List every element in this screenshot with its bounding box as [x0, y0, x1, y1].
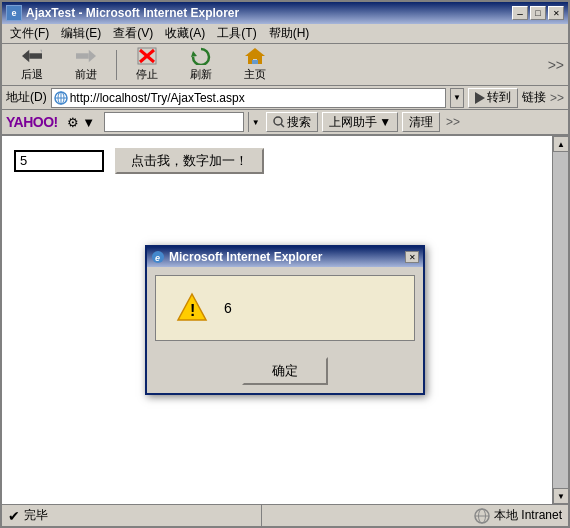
- svg-marker-0: [22, 50, 29, 63]
- status-zone: 本地 Intranet: [474, 507, 562, 524]
- clear-label: 清理: [409, 115, 433, 129]
- dialog-title-text: Microsoft Internet Explorer: [169, 250, 322, 264]
- dialog-title-bar: e Microsoft Internet Explorer ✕: [147, 247, 423, 267]
- home-label: 主页: [244, 67, 266, 82]
- yahoo-logo: YAHOO!: [6, 114, 58, 130]
- maximize-button[interactable]: [530, 6, 546, 20]
- title-bar-controls: [512, 6, 564, 20]
- home-icon: [245, 47, 265, 65]
- address-input[interactable]: [70, 91, 443, 105]
- svg-point-16: [274, 117, 282, 125]
- forward-label: 前进: [75, 67, 97, 82]
- dialog-message: 6: [224, 300, 232, 316]
- menu-edit[interactable]: 编辑(E): [55, 23, 107, 44]
- refresh-label: 刷新: [190, 67, 212, 82]
- status-zone-icon: [474, 508, 490, 524]
- online-help-button[interactable]: 上网助手 ▼: [322, 112, 398, 132]
- search-more[interactable]: >>: [446, 115, 460, 129]
- browser-window: e AjaxTest - Microsoft Internet Explorer…: [0, 0, 570, 528]
- forward-button[interactable]: 前进: [60, 47, 112, 83]
- minimize-button[interactable]: [512, 6, 528, 20]
- svg-marker-3: [89, 50, 96, 63]
- links-label: 链接: [522, 89, 546, 106]
- ie-icon: e: [6, 5, 22, 21]
- menu-tools[interactable]: 工具(T): [211, 23, 262, 44]
- svg-line-17: [281, 124, 284, 127]
- yahoo-text: YAHOO!: [6, 114, 58, 130]
- goto-label: 转到: [487, 89, 511, 106]
- svg-text:e: e: [155, 253, 160, 263]
- search-input[interactable]: [105, 115, 243, 129]
- svg-marker-15: [475, 92, 485, 104]
- dialog-footer: 确定: [147, 349, 423, 393]
- yahoo-settings-button[interactable]: ⚙ ▼: [62, 112, 100, 132]
- online-help-label: 上网助手: [329, 114, 377, 131]
- status-text: 完毕: [24, 507, 48, 524]
- menu-help[interactable]: 帮助(H): [263, 23, 316, 44]
- dialog-ok-button[interactable]: 确定: [242, 357, 328, 385]
- back-label: 后退: [21, 67, 43, 82]
- dialog-body: ! 6: [155, 275, 415, 341]
- refresh-icon: [191, 47, 211, 65]
- menu-file[interactable]: 文件(F): [4, 23, 55, 44]
- stop-label: 停止: [136, 67, 158, 82]
- search-label: 搜索: [287, 114, 311, 131]
- globe-icon: [54, 91, 68, 105]
- menu-bar: 文件(F) 编辑(E) 查看(V) 收藏(A) 工具(T) 帮助(H): [2, 24, 568, 44]
- goto-arrow-icon: [475, 92, 485, 104]
- address-bar: 地址(D) ▼ 转到 链接 >>: [2, 86, 568, 110]
- status-main: ✔ 完毕: [2, 505, 262, 526]
- title-bar: e AjaxTest - Microsoft Internet Explorer: [2, 2, 568, 24]
- search-button[interactable]: 搜索: [266, 112, 318, 132]
- alert-dialog: e Microsoft Internet Explorer ✕ !: [145, 245, 425, 395]
- svg-rect-4: [76, 53, 89, 58]
- dialog-title-left: e Microsoft Internet Explorer: [151, 250, 322, 264]
- svg-marker-2: [40, 50, 42, 54]
- online-help-dropdown-icon: ▼: [379, 115, 391, 129]
- page-content: 点击我，数字加一！ ▲ ▼ e Micro: [2, 136, 568, 504]
- back-button[interactable]: 后退: [6, 47, 58, 83]
- address-more[interactable]: >>: [550, 91, 564, 105]
- address-input-wrap: [51, 88, 446, 108]
- forward-icon: [76, 47, 96, 65]
- stop-button[interactable]: 停止: [121, 47, 173, 83]
- window-title: AjaxTest - Microsoft Internet Explorer: [26, 6, 239, 20]
- search-bar: YAHOO! ⚙ ▼ ▼ 搜索 上网助手 ▼ 清理 >>: [2, 110, 568, 136]
- home-button[interactable]: 主页: [229, 47, 281, 83]
- status-icon: ✔: [8, 508, 20, 524]
- menu-favorites[interactable]: 收藏(A): [159, 23, 211, 44]
- close-window-button[interactable]: [548, 6, 564, 20]
- refresh-button[interactable]: 刷新: [175, 47, 227, 83]
- toolbar-separator-1: [116, 50, 117, 80]
- search-dropdown[interactable]: ▼: [248, 112, 262, 132]
- warning-icon: !: [176, 292, 208, 324]
- svg-rect-10: [252, 60, 258, 64]
- status-bar: ✔ 完毕 本地 Intranet: [2, 504, 568, 526]
- address-dropdown[interactable]: ▼: [450, 88, 464, 108]
- search-icon: [273, 116, 285, 128]
- dialog-ie-icon: e: [151, 250, 165, 264]
- back-icon: [22, 47, 42, 65]
- search-input-wrap: [104, 112, 244, 132]
- modal-overlay: e Microsoft Internet Explorer ✕ !: [2, 136, 568, 504]
- toolbar: 后退 前进 停止: [2, 44, 568, 86]
- clear-button[interactable]: 清理: [402, 112, 440, 132]
- dialog-close-button[interactable]: ✕: [405, 251, 419, 263]
- goto-button[interactable]: 转到: [468, 88, 518, 108]
- toolbar-more[interactable]: >>: [548, 57, 564, 73]
- svg-rect-1: [29, 53, 42, 58]
- menu-view[interactable]: 查看(V): [107, 23, 159, 44]
- address-label: 地址(D): [6, 89, 47, 106]
- stop-icon: [137, 47, 157, 65]
- svg-text:!: !: [190, 302, 195, 319]
- title-bar-left: e AjaxTest - Microsoft Internet Explorer: [6, 5, 239, 21]
- svg-marker-8: [191, 51, 197, 57]
- status-zone-area: 本地 Intranet: [262, 507, 568, 524]
- zone-label: 本地 Intranet: [494, 507, 562, 524]
